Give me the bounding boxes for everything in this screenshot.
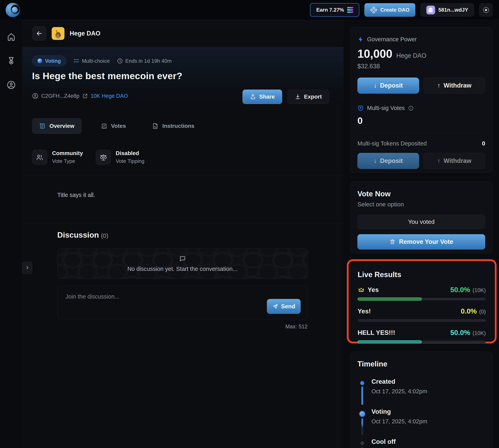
proposal-title: Is Hege the best memecoin ever?	[32, 70, 182, 81]
home-icon[interactable]	[6, 32, 16, 42]
deposit-button[interactable]: ↓ Deposit	[358, 78, 419, 94]
back-button[interactable]	[32, 26, 47, 41]
proposal-meta-row: Community Vote Type Disabled Vote Tippin…	[22, 139, 343, 176]
share-label: Share	[259, 94, 275, 100]
vote-type-value: Community	[52, 150, 83, 157]
speech-bubble-icon	[178, 255, 187, 263]
progress-track	[358, 298, 486, 300]
result-option: HELL YES!!! 50.0% (10K)	[358, 329, 486, 343]
wallet-button[interactable]: 581n...wdJY	[421, 3, 474, 17]
option-count: (10K)	[473, 287, 486, 293]
main-content: Hege DAO Voting Multi-choice	[22, 20, 343, 448]
clock-icon	[117, 58, 123, 64]
author-address[interactable]: C2GFH...Z4e8p	[41, 93, 79, 99]
theme-toggle-button[interactable]	[479, 3, 493, 17]
dao-name: Hege DAO	[70, 30, 100, 37]
paper-plane-icon	[272, 303, 278, 309]
progress-track	[358, 319, 486, 322]
live-results-title: Live Results	[358, 271, 486, 279]
tab-votes[interactable]: Votes	[94, 118, 133, 134]
discussion-title: Discussion(0)	[57, 231, 108, 240]
you-voted-box: You voted	[358, 215, 485, 229]
progress-track	[358, 341, 486, 343]
hege-dao-avatar[interactable]	[52, 27, 64, 40]
vote-now-title: Vote Now	[358, 190, 485, 198]
multisig-deposit-button[interactable]: ↓ Deposit	[358, 153, 419, 169]
earn-label: Earn 7.27%	[316, 7, 344, 13]
send-label: Send	[281, 303, 295, 310]
governance-usd-value: $32.638	[358, 63, 485, 70]
voting-dot-icon	[37, 59, 42, 63]
timeline-entry-label: Created	[372, 378, 427, 385]
option-label: Yes	[368, 286, 379, 293]
share-button[interactable]: Share	[243, 90, 282, 104]
discussion-count: (0)	[101, 232, 108, 239]
profile-icon[interactable]	[6, 80, 16, 90]
left-nav-rail	[0, 20, 22, 448]
sidebar-expand-button[interactable]	[22, 261, 32, 274]
discussion-max-length: Max: 512	[57, 324, 308, 330]
tab-instructions[interactable]: Instructions	[145, 118, 201, 134]
lightning-icon	[358, 36, 364, 43]
remove-vote-label: Remove Your Vote	[399, 238, 453, 245]
crown-icon	[358, 286, 365, 293]
governance-token: Hege DAO	[396, 52, 426, 59]
create-dao-button[interactable]: Create DAO	[364, 3, 415, 17]
timeline-entry-label: Voting	[372, 408, 427, 415]
result-option: Yes 50.0% (10K)	[358, 286, 486, 300]
governance-power-panel: Governance Power 10,000 Hege DAO $32.638…	[350, 27, 493, 173]
multisig-votes-value: 0	[358, 115, 485, 126]
file-code-icon	[152, 123, 159, 129]
timeline-entry-date: Oct 17, 2025, 4:02pm	[372, 388, 427, 395]
live-results-panel: Live Results Yes 50.0% (10K)	[350, 263, 493, 340]
ends-label: Ends in 1d 19h 40m	[125, 58, 172, 64]
vote-now-subtitle: Select one option	[358, 201, 485, 208]
discussion-input-box: Send	[57, 286, 308, 320]
app-root: Earn 7.27% Create DAO	[0, 0, 499, 448]
export-button[interactable]: Export	[287, 90, 329, 104]
vote-tipping-item: Disabled Vote Tipping	[96, 150, 144, 165]
remove-vote-button[interactable]: Remove Your Vote	[358, 234, 485, 249]
tab-overview-label: Overview	[49, 123, 75, 129]
medal-icon[interactable]	[6, 56, 16, 66]
earn-button[interactable]: Earn 7.27%	[310, 3, 359, 17]
governance-power-label: Governance Power	[367, 36, 417, 43]
vote-tipping-label: Vote Tipping	[116, 158, 144, 164]
vote-weight-link[interactable]: 10K Hege DAO	[91, 93, 128, 99]
multisig-withdraw-button[interactable]: ↑ Withdraw	[423, 153, 485, 169]
vote-type-label: Vote Type	[52, 158, 83, 164]
result-option: Yes! 0.0% (0)	[358, 307, 486, 322]
community-users-icon	[32, 150, 47, 165]
withdraw-button[interactable]: ↑ Withdraw	[423, 78, 485, 94]
discussion-empty-text: No discussion yet. Start the conversatio…	[127, 266, 237, 272]
timeline-dot	[360, 381, 364, 385]
multisig-deposited-label: Multi-sig Tokens Deposited	[358, 140, 427, 147]
info-icon[interactable]	[408, 105, 414, 111]
option-label: Yes!	[358, 307, 371, 315]
scroll-icon	[39, 123, 46, 129]
multisig-deposited-row: Multi-sig Tokens Deposited 0	[358, 140, 485, 147]
arrow-down-icon: ↓	[374, 157, 377, 164]
option-percent: 50.0%	[450, 286, 470, 294]
send-button[interactable]: Send	[267, 299, 301, 314]
tab-instructions-label: Instructions	[162, 123, 194, 129]
trash-icon	[390, 239, 395, 245]
sun-icon	[483, 7, 489, 14]
timeline-connector	[361, 447, 363, 448]
ballot-icon	[101, 123, 108, 129]
timeline-dot	[360, 441, 364, 445]
wallet-address: 581n...wdJY	[438, 7, 468, 13]
timeline-entry: Voting Oct 17, 2025, 4:02pm	[358, 405, 485, 435]
live-results-highlight-ring: Live Results Yes 50.0% (10K)	[347, 259, 497, 343]
tab-overview[interactable]: Overview	[32, 118, 81, 134]
multi-choice-icon	[74, 58, 79, 64]
option-count: (10K)	[473, 330, 486, 336]
option-count: (0)	[479, 309, 486, 315]
external-link-icon[interactable]	[82, 93, 88, 99]
proposal-header-bar: Hege DAO	[22, 20, 343, 47]
vote-tipping-value: Disabled	[116, 150, 144, 157]
timeline-dot	[359, 411, 365, 417]
realms-logo-icon[interactable]	[6, 3, 20, 17]
type-label: Multi-choice	[82, 58, 110, 64]
timeline-entry: Cool off Oct 20, 2025, 4:02pm	[358, 435, 485, 448]
